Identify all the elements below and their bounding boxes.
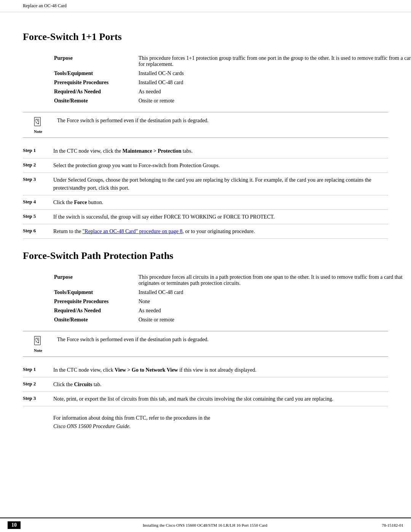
step-row: Step 5 If the switch is successful, the … [23, 210, 388, 224]
tools-label: Tools/Equipment [54, 288, 130, 297]
tools-row: Tools/Equipment Installed OC-N cards [54, 69, 411, 78]
note-text-2: The Force switch is performed even if th… [53, 335, 388, 343]
onsite-row: Onsite/Remote Onsite or remote [54, 97, 411, 105]
bold-circuits: Circuits [74, 382, 92, 387]
step-row: Step 2 Click the Circuits tab. [23, 377, 388, 392]
onsite-label: Onsite/Remote [54, 97, 130, 105]
header-bar: Replace an OC-48 Card [0, 0, 411, 12]
section2-title: Force-Switch Path Protection Paths [23, 250, 388, 262]
step-label: Step 3 [23, 395, 53, 401]
bold-force: Force [74, 200, 87, 205]
step-content: In the CTC node view, click the Maintena… [53, 147, 388, 155]
step-label: Step 2 [23, 380, 53, 387]
step-content: Click the Circuits tab. [53, 380, 388, 388]
required-label: Required/As Needed [54, 88, 130, 96]
step-row: Step 1 In the CTC node view, click View … [23, 363, 388, 377]
step-content: If the switch is successful, the group w… [53, 213, 388, 221]
onsite-label: Onsite/Remote [54, 316, 130, 324]
required-row: Required/As Needed As needed [54, 307, 411, 315]
prereq-value: None [131, 297, 411, 306]
section1-info-table: Purpose This procedure forces 1+1 protec… [53, 53, 411, 106]
header-text: Replace an OC-48 Card [23, 3, 67, 9]
tools-label: Tools/Equipment [54, 69, 130, 78]
purpose-label: Purpose [54, 273, 130, 288]
required-value: As needed [131, 88, 411, 96]
step-row: Step 3 Note, print, or export the list o… [23, 392, 388, 406]
section2-info-table: Purpose This procedure forces all circui… [53, 272, 411, 325]
prereq-label: Prerequisite Procedures [54, 297, 130, 306]
step-label: Step 2 [23, 161, 53, 168]
tools-row: Tools/Equipment Installed OC-48 card [54, 288, 411, 297]
prereq-label: Prerequisite Procedures [54, 78, 130, 87]
purpose-row: Purpose This procedure forces all circui… [54, 273, 411, 288]
note-text: The Force switch is performed even if th… [53, 116, 388, 124]
footer: 10 Installing the Cisco ONS 15600 OC48/S… [0, 518, 411, 532]
prereq-value: Installed OC-48 card [131, 78, 411, 87]
prereq-row: Prerequisite Procedures Installed OC-48 … [54, 78, 411, 87]
bold-maintenance: Maintenance > Protection [123, 148, 182, 154]
step-content: In the CTC node view, click View > Go to… [53, 366, 388, 374]
additional-text-container: For information about doing this from CT… [53, 414, 388, 431]
oc48-link[interactable]: "Replace an OC-48 Card" procedure on pag… [83, 228, 183, 234]
step-label: Step 3 [23, 176, 53, 182]
step-label: Step 6 [23, 227, 53, 234]
prereq-row: Prerequisite Procedures None [54, 297, 411, 306]
step-row: Step 4 Click the Force button. [23, 195, 388, 210]
step-row: Step 1 In the CTC node view, click the M… [23, 144, 388, 158]
required-value: As needed [131, 307, 411, 315]
note-icon-area: Note [23, 116, 53, 134]
note-icon [32, 116, 44, 128]
onsite-row: Onsite/Remote Onsite or remote [54, 316, 411, 324]
tools-value: Installed OC-48 card [131, 288, 411, 297]
section2-note: Note The Force switch is performed even … [23, 331, 388, 357]
required-label: Required/As Needed [54, 307, 130, 315]
purpose-value: This procedure forces 1+1 protection gro… [131, 54, 411, 69]
step-label: Step 1 [23, 366, 53, 372]
tools-value: Installed OC-N cards [131, 69, 411, 78]
step-content: Note, print, or export the list of circu… [53, 395, 388, 403]
step-label: Step 4 [23, 198, 53, 205]
step-row: Step 2 Select the protection group you w… [23, 158, 388, 173]
additional-text: For information about doing this from CT… [53, 414, 388, 422]
purpose-value: This procedure forces all circuits in a … [131, 273, 411, 288]
section1-steps: Step 1 In the CTC node view, click the M… [23, 144, 388, 239]
footer-center-text: Installing the Cisco ONS 15600 OC48/STM … [28, 523, 382, 527]
purpose-row: Purpose This procedure forces 1+1 protec… [54, 54, 411, 69]
step-content: Return to the "Replace an OC-48 Card" pr… [53, 227, 388, 235]
step-content: Under Selected Groups, choose the port b… [53, 176, 388, 192]
footer-page-num: 10 [8, 521, 21, 529]
step-row: Step 3 Under Selected Groups, choose the… [23, 173, 388, 195]
step-content: Click the Force button. [53, 198, 388, 206]
step-label: Step 5 [23, 213, 53, 219]
footer-right-text: 78-15182-01 [382, 523, 403, 527]
note-label-2: Note [34, 348, 42, 353]
section1-note: Note The Force switch is performed even … [23, 112, 388, 138]
additional-italic: Cisco ONS 15600 Procedure Guide. [53, 423, 131, 429]
required-row: Required/As Needed As needed [54, 88, 411, 96]
onsite-value: Onsite or remote [131, 97, 411, 105]
purpose-label: Purpose [54, 54, 130, 69]
note-icon-area-2: Note [23, 335, 53, 353]
main-content: Force-Switch 1+1 Ports Purpose This proc… [0, 12, 411, 518]
step-content: Select the protection group you want to … [53, 161, 388, 169]
step-row: Step 6 Return to the "Replace an OC-48 C… [23, 224, 388, 239]
section2-steps: Step 1 In the CTC node view, click View … [23, 363, 388, 406]
step-label: Step 1 [23, 147, 53, 153]
bold-view: View > Go to Network View [115, 367, 178, 373]
page-container: Replace an OC-48 Card Force-Switch 1+1 P… [0, 0, 411, 532]
note-icon-2 [32, 335, 44, 347]
note-label: Note [34, 129, 42, 134]
onsite-value: Onsite or remote [131, 316, 411, 324]
section1-title: Force-Switch 1+1 Ports [23, 31, 388, 43]
